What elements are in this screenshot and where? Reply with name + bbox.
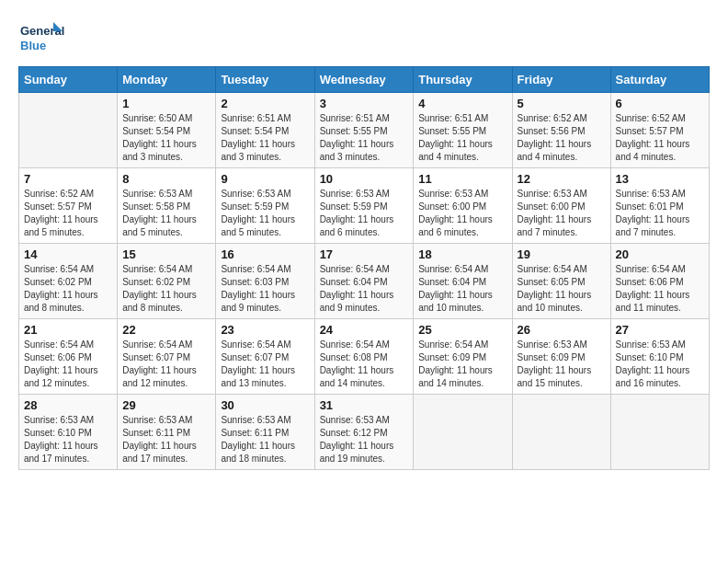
calendar-cell	[19, 93, 118, 168]
day-info: Sunrise: 6:53 AMSunset: 6:09 PMDaylight:…	[518, 339, 606, 390]
calendar-cell: 24Sunrise: 6:54 AMSunset: 6:08 PMDayligh…	[314, 319, 414, 395]
day-info: Sunrise: 6:54 AMSunset: 6:04 PMDaylight:…	[320, 263, 409, 315]
calendar-cell: 11Sunrise: 6:53 AMSunset: 6:00 PMDayligh…	[414, 168, 512, 244]
day-number: 27	[616, 323, 704, 337]
day-info: Sunrise: 6:54 AMSunset: 6:06 PMDaylight:…	[24, 339, 112, 390]
day-number: 14	[24, 247, 112, 261]
day-info: Sunrise: 6:54 AMSunset: 6:06 PMDaylight:…	[616, 263, 704, 315]
day-number: 5	[518, 97, 606, 110]
day-info: Sunrise: 6:53 AMSunset: 6:12 PMDaylight:…	[320, 414, 409, 465]
calendar-cell: 16Sunrise: 6:54 AMSunset: 6:03 PMDayligh…	[216, 244, 314, 319]
day-info: Sunrise: 6:53 AMSunset: 6:10 PMDaylight:…	[24, 414, 112, 465]
week-row-3: 14Sunrise: 6:54 AMSunset: 6:02 PMDayligh…	[19, 244, 710, 319]
page-header: General Blue	[18, 18, 710, 57]
day-info: Sunrise: 6:53 AMSunset: 6:11 PMDaylight:…	[221, 414, 309, 465]
day-number: 30	[221, 398, 309, 412]
calendar-cell	[610, 395, 709, 470]
day-number: 31	[320, 398, 409, 412]
day-info: Sunrise: 6:52 AMSunset: 5:57 PMDaylight:…	[24, 188, 112, 239]
weekday-tuesday: Tuesday	[216, 67, 314, 93]
day-info: Sunrise: 6:51 AMSunset: 5:55 PMDaylight:…	[418, 112, 506, 164]
calendar-cell: 28Sunrise: 6:53 AMSunset: 6:10 PMDayligh…	[19, 395, 118, 470]
weekday-sunday: Sunday	[19, 67, 118, 93]
week-row-1: 1Sunrise: 6:50 AMSunset: 5:54 PMDaylight…	[19, 93, 710, 168]
day-number: 20	[616, 247, 704, 261]
weekday-friday: Friday	[512, 67, 610, 93]
day-info: Sunrise: 6:53 AMSunset: 6:11 PMDaylight:…	[122, 414, 210, 465]
calendar-cell: 19Sunrise: 6:54 AMSunset: 6:05 PMDayligh…	[512, 244, 610, 319]
calendar-cell	[414, 395, 512, 470]
day-info: Sunrise: 6:52 AMSunset: 5:57 PMDaylight:…	[616, 112, 704, 164]
day-info: Sunrise: 6:54 AMSunset: 6:05 PMDaylight:…	[518, 263, 606, 315]
calendar-cell: 9Sunrise: 6:53 AMSunset: 5:59 PMDaylight…	[216, 168, 314, 244]
svg-text:Blue: Blue	[20, 39, 46, 52]
calendar-cell: 15Sunrise: 6:54 AMSunset: 6:02 PMDayligh…	[118, 244, 216, 319]
day-number: 21	[24, 323, 112, 337]
day-info: Sunrise: 6:53 AMSunset: 5:58 PMDaylight:…	[122, 188, 210, 239]
day-number: 25	[418, 323, 506, 337]
day-info: Sunrise: 6:51 AMSunset: 5:54 PMDaylight:…	[221, 112, 309, 164]
day-info: Sunrise: 6:52 AMSunset: 5:56 PMDaylight:…	[518, 112, 606, 164]
week-row-4: 21Sunrise: 6:54 AMSunset: 6:06 PMDayligh…	[19, 319, 710, 395]
day-number: 29	[122, 398, 210, 412]
day-number: 18	[418, 247, 506, 261]
day-number: 13	[616, 172, 704, 186]
day-info: Sunrise: 6:51 AMSunset: 5:55 PMDaylight:…	[320, 112, 409, 164]
calendar-cell: 3Sunrise: 6:51 AMSunset: 5:55 PMDaylight…	[314, 93, 414, 168]
day-info: Sunrise: 6:54 AMSunset: 6:03 PMDaylight:…	[221, 263, 309, 315]
day-number: 11	[418, 172, 506, 186]
day-number: 19	[518, 247, 606, 261]
day-number: 26	[518, 323, 606, 337]
calendar-cell: 6Sunrise: 6:52 AMSunset: 5:57 PMDaylight…	[610, 93, 709, 168]
calendar-cell: 14Sunrise: 6:54 AMSunset: 6:02 PMDayligh…	[19, 244, 118, 319]
day-info: Sunrise: 6:50 AMSunset: 5:54 PMDaylight:…	[122, 112, 210, 164]
calendar-cell: 21Sunrise: 6:54 AMSunset: 6:06 PMDayligh…	[19, 319, 118, 395]
day-info: Sunrise: 6:54 AMSunset: 6:07 PMDaylight:…	[122, 339, 210, 390]
day-number: 12	[518, 172, 606, 186]
calendar-cell: 2Sunrise: 6:51 AMSunset: 5:54 PMDaylight…	[216, 93, 314, 168]
weekday-wednesday: Wednesday	[314, 67, 414, 93]
calendar-cell: 20Sunrise: 6:54 AMSunset: 6:06 PMDayligh…	[610, 244, 709, 319]
day-number: 15	[122, 247, 210, 261]
day-info: Sunrise: 6:53 AMSunset: 5:59 PMDaylight:…	[320, 188, 409, 239]
calendar-cell: 23Sunrise: 6:54 AMSunset: 6:07 PMDayligh…	[216, 319, 314, 395]
calendar-table: SundayMondayTuesdayWednesdayThursdayFrid…	[18, 66, 710, 470]
day-info: Sunrise: 6:54 AMSunset: 6:04 PMDaylight:…	[418, 263, 506, 315]
day-number: 16	[221, 247, 309, 261]
day-number: 28	[24, 398, 112, 412]
day-number: 4	[418, 97, 506, 110]
calendar-cell: 26Sunrise: 6:53 AMSunset: 6:09 PMDayligh…	[512, 319, 610, 395]
day-info: Sunrise: 6:54 AMSunset: 6:02 PMDaylight:…	[24, 263, 112, 315]
weekday-thursday: Thursday	[414, 67, 512, 93]
day-info: Sunrise: 6:54 AMSunset: 6:07 PMDaylight:…	[221, 339, 309, 390]
day-number: 22	[122, 323, 210, 337]
calendar-cell: 10Sunrise: 6:53 AMSunset: 5:59 PMDayligh…	[314, 168, 414, 244]
day-number: 6	[616, 97, 704, 110]
day-number: 8	[122, 172, 210, 186]
calendar-cell: 1Sunrise: 6:50 AMSunset: 5:54 PMDaylight…	[118, 93, 216, 168]
day-number: 10	[320, 172, 409, 186]
calendar-cell: 29Sunrise: 6:53 AMSunset: 6:11 PMDayligh…	[118, 395, 216, 470]
day-number: 9	[221, 172, 309, 186]
day-info: Sunrise: 6:53 AMSunset: 6:00 PMDaylight:…	[518, 188, 606, 239]
day-info: Sunrise: 6:53 AMSunset: 6:00 PMDaylight:…	[418, 188, 506, 239]
calendar-cell: 7Sunrise: 6:52 AMSunset: 5:57 PMDaylight…	[19, 168, 118, 244]
day-number: 1	[122, 97, 210, 110]
calendar-cell: 22Sunrise: 6:54 AMSunset: 6:07 PMDayligh…	[118, 319, 216, 395]
day-number: 24	[320, 323, 409, 337]
calendar-cell: 30Sunrise: 6:53 AMSunset: 6:11 PMDayligh…	[216, 395, 314, 470]
day-info: Sunrise: 6:53 AMSunset: 6:10 PMDaylight:…	[616, 339, 704, 390]
week-row-5: 28Sunrise: 6:53 AMSunset: 6:10 PMDayligh…	[19, 395, 710, 470]
day-info: Sunrise: 6:53 AMSunset: 5:59 PMDaylight:…	[221, 188, 309, 239]
day-number: 17	[320, 247, 409, 261]
calendar-cell: 25Sunrise: 6:54 AMSunset: 6:09 PMDayligh…	[414, 319, 512, 395]
logo: General Blue	[18, 18, 64, 57]
logo-svg: General Blue	[18, 18, 64, 57]
calendar-cell: 13Sunrise: 6:53 AMSunset: 6:01 PMDayligh…	[610, 168, 709, 244]
day-number: 3	[320, 97, 409, 110]
calendar-cell: 18Sunrise: 6:54 AMSunset: 6:04 PMDayligh…	[414, 244, 512, 319]
calendar-cell: 27Sunrise: 6:53 AMSunset: 6:10 PMDayligh…	[610, 319, 709, 395]
calendar-cell	[512, 395, 610, 470]
day-number: 7	[24, 172, 112, 186]
day-info: Sunrise: 6:54 AMSunset: 6:08 PMDaylight:…	[320, 339, 409, 390]
